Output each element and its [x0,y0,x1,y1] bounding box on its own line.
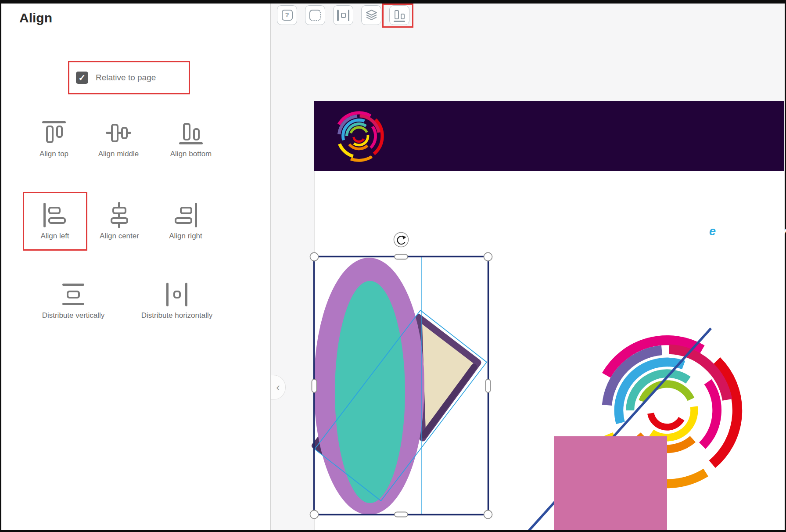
edge-resize-handle[interactable] [486,379,491,392]
align-right-label: Align right [153,232,219,241]
distribute-vertically-button[interactable]: Distribute vertically [32,280,115,320]
canvas-objects-layer [271,4,785,530]
corner-resize-handle[interactable] [310,510,319,519]
distribute-horizontal-icon [337,10,349,21]
align-middle-button[interactable]: Align middle [86,119,151,158]
distribute-horizontal-button[interactable] [333,5,353,25]
align-top-label: Align top [21,150,87,158]
align-right-icon [172,201,200,229]
align-right-button[interactable]: Align right [153,201,219,241]
distribute-horizontally-button[interactable]: Distribute horizontally [135,280,219,320]
distribute-vertical-icon [59,280,87,309]
pink-square-shape[interactable] [554,436,667,530]
align-left-icon [41,201,69,229]
help-icon: ? [282,10,293,21]
align-bottom-icon [177,119,205,147]
align-panel-icon [393,9,406,22]
layers-button[interactable] [361,5,381,25]
relative-to-page-checkbox[interactable]: ✓ Relative to page [76,68,156,87]
toolbar: ? [277,5,409,25]
align-center-icon [105,201,133,229]
panel-title: Align [19,11,52,25]
corner-resize-handle[interactable] [484,510,492,519]
layers-icon [366,9,377,21]
edge-resize-handle[interactable] [395,255,408,259]
align-bottom-button[interactable]: Align bottom [158,119,224,158]
rotation-handle[interactable] [394,233,409,247]
edge-resize-handle[interactable] [395,512,408,517]
distribute-vertically-label: Distribute vertically [32,311,115,320]
align-center-label: Align center [86,232,152,241]
brand-swirl-logo[interactable] [339,113,382,160]
distribute-horizontally-label: Distribute horizontally [135,311,219,320]
corner-resize-handle[interactable] [484,253,492,261]
checkbox-checked-icon[interactable]: ✓ [76,72,88,84]
align-top-icon [40,119,68,147]
align-middle-label: Align middle [86,150,151,158]
align-bottom-label: Align bottom [158,150,224,158]
marquee-crop-icon [309,10,321,21]
inner-ellipse-shape[interactable] [335,281,405,503]
panel-divider [21,34,230,34]
align-panel-button[interactable] [389,5,409,25]
align-left-label: Align left [22,232,88,241]
edge-resize-handle[interactable] [312,379,317,392]
align-middle-icon [104,119,133,147]
corner-resize-handle[interactable] [310,253,319,261]
checkbox-label: Relative to page [96,73,156,83]
help-button[interactable]: ? [277,5,297,25]
marquee-crop-button[interactable] [305,5,325,25]
align-top-button[interactable]: Align top [21,119,87,158]
align-center-button[interactable]: Align center [86,201,152,241]
app-window: eProductivity Software ‹ ? [0,0,786,532]
distribute-horizontal-icon [163,280,191,309]
align-panel: Align ✓ Relative to page Align top Align… [1,4,271,530]
align-left-button[interactable]: Align left [22,201,88,241]
